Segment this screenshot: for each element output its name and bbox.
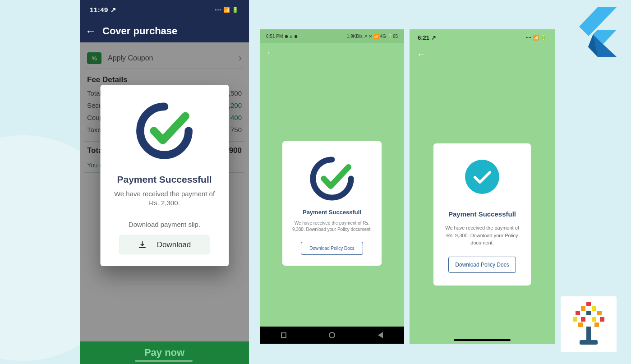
status-time: 6:21 ↗ bbox=[418, 34, 436, 41]
back-icon[interactable]: ← bbox=[410, 46, 555, 63]
download-policy-label: Download Policy Docs bbox=[455, 262, 509, 268]
android-nav-bar bbox=[260, 327, 404, 344]
card-title: Payment Successfull bbox=[442, 210, 523, 218]
status-time: 11:49 ↗ bbox=[90, 6, 116, 14]
page-title: Cover purchase bbox=[102, 25, 177, 37]
dialog-title: Payment Successfull bbox=[108, 174, 221, 185]
pay-now-button[interactable]: Pay now bbox=[80, 341, 249, 364]
download-button[interactable]: Download bbox=[120, 235, 210, 254]
status-bar: 11:49 ↗ ···· 📶 🔋 bbox=[80, 0, 249, 20]
status-bar: 6:21 ↗ ···· 📶 🔋 bbox=[410, 29, 555, 46]
status-right: ···· 📶 🔋 bbox=[215, 7, 239, 13]
download-icon bbox=[138, 240, 147, 249]
success-check-icon bbox=[133, 99, 196, 162]
card-message: We have received the payment of Rs. 9,30… bbox=[442, 224, 523, 247]
status-left: 6:51 PM ⏺ ▣ ⏺ bbox=[266, 34, 298, 39]
download-policy-button[interactable]: Download Policy Docs bbox=[301, 242, 363, 255]
back-icon[interactable]: ← bbox=[260, 43, 404, 62]
pay-now-label: Pay now bbox=[144, 347, 184, 359]
back-icon[interactable]: ← bbox=[85, 26, 96, 37]
home-icon[interactable] bbox=[329, 332, 335, 338]
overview-icon[interactable] bbox=[281, 332, 286, 338]
success-check-icon bbox=[307, 154, 357, 203]
card-message: We have received the payment of Rs. 9,30… bbox=[290, 220, 373, 233]
pixel-tree-logo-icon bbox=[561, 296, 617, 352]
phone-screenshot-2: 6:51 PM ⏺ ▣ ⏺ 1.9KB/s ↗ ✕ 📶 4G 🔋65 ← Pay… bbox=[260, 29, 404, 344]
app-bar: ← Cover purchase bbox=[80, 20, 249, 42]
card-title: Payment Successfull bbox=[290, 209, 373, 216]
download-policy-label: Download Policy Docs bbox=[309, 246, 355, 251]
svg-point-0 bbox=[465, 160, 499, 194]
payment-success-card: Payment Successfull We have received the… bbox=[433, 143, 531, 286]
back-nav-icon[interactable] bbox=[378, 332, 383, 338]
payment-success-dialog: Payment Successfull We have received the… bbox=[100, 85, 229, 266]
download-policy-button[interactable]: Download Policy Docs bbox=[448, 257, 516, 273]
ios-home-indicator[interactable] bbox=[454, 339, 511, 341]
download-button-label: Download bbox=[157, 240, 191, 249]
status-right: 1.9KB/s ↗ ✕ 📶 4G 🔋65 bbox=[347, 34, 398, 39]
status-bar: 6:51 PM ⏺ ▣ ⏺ 1.9KB/s ↗ ✕ 📶 4G 🔋65 bbox=[260, 29, 404, 43]
status-right: ···· 📶 🔋 bbox=[526, 35, 547, 41]
phone-screenshot-3: 6:21 ↗ ···· 📶 🔋 ← Payment Successfull We… bbox=[410, 29, 555, 344]
dialog-message: We have received the payment of Rs. 2,30… bbox=[108, 189, 221, 208]
payment-success-card: Payment Successfull We have received the… bbox=[282, 141, 382, 266]
dialog-subtext: Download payment slip. bbox=[108, 221, 221, 228]
success-check-icon bbox=[465, 160, 499, 194]
canvas: 11:49 ↗ ···· 📶 🔋 ← Cover purchase Apply … bbox=[0, 0, 631, 364]
phone-screenshot-1: 11:49 ↗ ···· 📶 🔋 ← Cover purchase Apply … bbox=[80, 0, 249, 364]
flutter-logo-icon bbox=[576, 7, 617, 57]
